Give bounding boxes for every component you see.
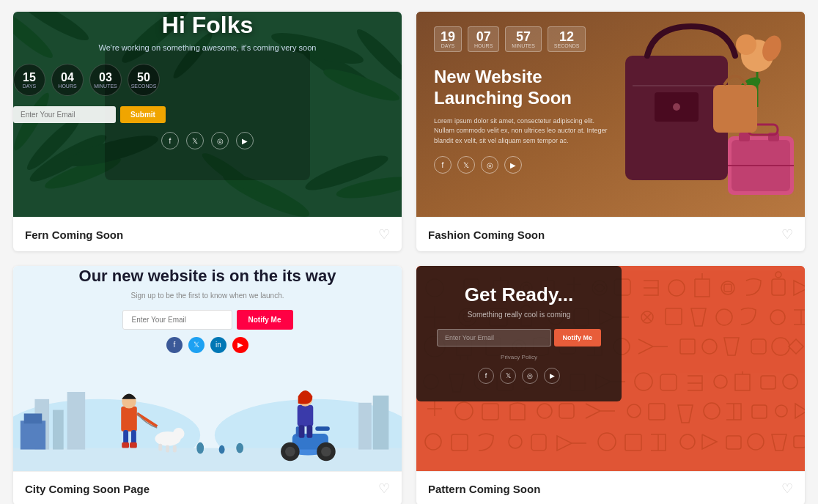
fashion-card-title: Fashion Coming Soon	[428, 229, 545, 241]
fashion-seconds-label: SECONDS	[554, 43, 580, 48]
svg-point-58	[196, 442, 204, 454]
fern-count-minutes: 03 Minutes	[89, 64, 122, 96]
city-social-links: f 𝕏 in ▶	[13, 337, 402, 353]
svg-rect-31	[739, 133, 750, 141]
svg-point-21	[736, 34, 756, 55]
fashion-time-minutes: 57 MINUTES	[505, 26, 542, 52]
city-scene-svg	[13, 339, 402, 471]
fern-social-links: f 𝕏 ◎ ▶	[13, 132, 402, 149]
svg-rect-57	[173, 445, 177, 453]
city-content: Our new website is on the its way Sign u…	[13, 266, 402, 353]
pattern-twitter-icon[interactable]: 𝕏	[500, 368, 516, 384]
pattern-center-content: Get Ready... Something really cool is co…	[416, 266, 622, 401]
svg-point-59	[219, 445, 225, 454]
fashion-social-links: f 𝕏 ◎ ▶	[434, 156, 613, 174]
svg-point-64	[285, 447, 295, 457]
fern-count-seconds: 50 Seconds	[128, 64, 160, 96]
city-card-footer: City Coming Soon Page ♡	[13, 471, 402, 504]
fashion-hours-label: HOURS	[474, 43, 493, 48]
pattern-email-row: Notify Me	[437, 329, 601, 346]
svg-rect-40	[53, 410, 64, 450]
fern-minutes-label: Minutes	[94, 84, 117, 89]
fashion-facebook-icon[interactable]: f	[434, 156, 452, 174]
city-facebook-icon[interactable]: f	[166, 337, 183, 353]
fashion-description: Lorem ipsum dolor sit amet, consectetur …	[434, 116, 613, 147]
fern-seconds-num: 50	[137, 72, 150, 84]
city-linkedin-icon[interactable]: in	[210, 337, 226, 353]
fern-preview: Hi Folks We're working on something awes…	[13, 12, 402, 217]
svg-point-66	[321, 447, 331, 457]
card-city: Our new website is on the its way Sign u…	[13, 266, 402, 504]
fashion-days-num: 19	[441, 30, 455, 43]
fern-days-label: Days	[23, 84, 37, 89]
svg-rect-71	[299, 425, 305, 438]
fashion-preview: 19 DAYS 07 HOURS 57 MINUTES 12 SECONDS	[416, 12, 805, 217]
pattern-favorite-button[interactable]: ♡	[781, 481, 793, 497]
svg-rect-67	[315, 426, 330, 431]
fern-count-days: 15 Days	[13, 64, 45, 96]
card-pattern: Get Ready... Something really cool is co…	[416, 266, 805, 504]
pattern-email-input[interactable]	[437, 329, 551, 346]
fashion-seconds-num: 12	[554, 30, 580, 43]
fashion-headline: New Website Launching Soon	[434, 67, 613, 109]
pattern-privacy-link[interactable]: Privacy Policy	[437, 354, 601, 360]
city-youtube-icon[interactable]: ▶	[232, 337, 248, 353]
svg-rect-44	[21, 420, 45, 449]
svg-rect-69	[298, 405, 314, 426]
svg-rect-41	[67, 392, 86, 450]
fashion-instagram-icon[interactable]: ◎	[481, 156, 498, 174]
fern-instagram-icon[interactable]: ◎	[211, 132, 229, 149]
fashion-time-hours: 07 HOURS	[468, 26, 499, 52]
pattern-card-title: Pattern Coming Soon	[428, 483, 540, 495]
card-fashion: 19 DAYS 07 HOURS 57 MINUTES 12 SECONDS	[416, 12, 805, 251]
fashion-time-days: 19 DAYS	[434, 26, 462, 52]
fashion-card-footer: Fashion Coming Soon ♡	[416, 217, 805, 251]
fashion-favorite-button[interactable]: ♡	[781, 226, 793, 242]
city-favorite-button[interactable]: ♡	[378, 481, 390, 497]
svg-rect-43	[373, 396, 389, 450]
fashion-twitter-icon[interactable]: 𝕏	[457, 156, 475, 174]
svg-rect-46	[121, 407, 137, 431]
city-headline: Our new website is on the its way	[13, 266, 402, 287]
svg-rect-51	[130, 442, 137, 448]
fern-facebook-icon[interactable]: f	[161, 132, 179, 149]
svg-rect-38	[13, 448, 402, 471]
city-notify-button[interactable]: Notify Me	[237, 310, 293, 330]
fern-hours-label: Hours	[58, 84, 76, 89]
card-fern: Hi Folks We're working on something awes…	[13, 12, 402, 251]
svg-rect-35	[713, 85, 757, 133]
pattern-subtitle: Something really cool is coming	[437, 311, 601, 319]
svg-point-54	[173, 428, 185, 440]
fashion-hours-num: 07	[474, 30, 493, 43]
city-email-input[interactable]	[122, 310, 232, 330]
fashion-minutes-num: 57	[512, 30, 535, 43]
svg-rect-45	[24, 413, 43, 423]
fern-email-row: Submit	[13, 106, 402, 123]
fern-favorite-button[interactable]: ♡	[378, 226, 390, 242]
fern-submit-button[interactable]: Submit	[120, 106, 166, 123]
fern-youtube-icon[interactable]: ▶	[236, 132, 254, 149]
fashion-content: 19 DAYS 07 HOURS 57 MINUTES 12 SECONDS	[416, 12, 630, 188]
template-grid: Hi Folks We're working on something awes…	[13, 12, 805, 504]
fern-twitter-icon[interactable]: 𝕏	[186, 132, 204, 149]
fern-count-hours: 04 Hours	[51, 64, 84, 96]
fashion-time-seconds: 12 SECONDS	[548, 26, 586, 52]
fern-hours-num: 04	[61, 72, 74, 84]
pattern-notify-button[interactable]: Notify Me	[554, 329, 602, 346]
svg-point-60	[236, 443, 243, 453]
fashion-minutes-label: MINUTES	[512, 43, 535, 48]
fashion-days-label: DAYS	[441, 43, 455, 48]
pattern-facebook-icon[interactable]: f	[478, 368, 494, 384]
fashion-youtube-icon[interactable]: ▶	[504, 156, 522, 174]
pattern-youtube-icon[interactable]: ▶	[544, 368, 560, 384]
city-card-title: City Coming Soon Page	[25, 483, 150, 495]
pattern-instagram-icon[interactable]: ◎	[522, 368, 538, 384]
pattern-card-footer: Pattern Coming Soon ♡	[416, 471, 805, 504]
city-twitter-icon[interactable]: 𝕏	[188, 337, 204, 353]
pattern-headline: Get Ready...	[437, 284, 601, 306]
fern-countdown: 15 Days 04 Hours 03 Minutes 50 Seconds	[13, 64, 402, 96]
fern-email-input[interactable]	[13, 106, 116, 123]
fern-card-footer: Fern Coming Soon ♡	[13, 217, 402, 251]
fern-days-num: 15	[23, 72, 36, 84]
city-email-row: Notify Me	[13, 310, 402, 330]
